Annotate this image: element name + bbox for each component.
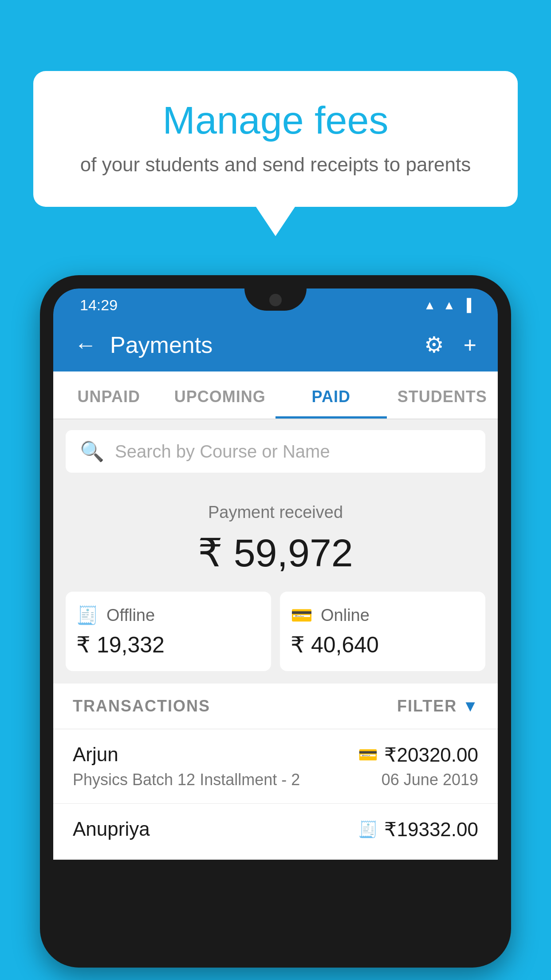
tab-upcoming[interactable]: UPCOMING [165, 371, 276, 419]
offline-label: Offline [106, 606, 155, 625]
status-bar: 14:29 ▲ ▲ ▐ [53, 288, 498, 318]
online-label: Online [321, 606, 370, 625]
online-card-header: 💳 Online [291, 605, 475, 626]
online-amount: ₹ 40,640 [291, 632, 475, 658]
filter-label: FILTER [397, 697, 457, 715]
app-header: ← Payments ⚙ + [53, 318, 498, 371]
tab-unpaid[interactable]: UNPAID [53, 371, 165, 419]
transaction-amount: ₹19332.00 [384, 818, 478, 841]
transaction-amount: ₹20320.00 [384, 743, 478, 766]
offline-payment-card: 🧾 Offline ₹ 19,332 [66, 592, 271, 671]
signal-icon: ▲ [443, 298, 455, 312]
payment-type-icon: 💳 [358, 746, 378, 764]
header-right: ⚙ + [424, 332, 476, 358]
offline-card-header: 🧾 Offline [76, 605, 260, 626]
status-bar-icons: ▲ ▲ ▐ [424, 298, 471, 312]
speech-bubble-title: Manage fees [69, 98, 482, 143]
tab-students[interactable]: STUDENTS [387, 371, 498, 419]
payment-summary: Payment received ₹ 59,972 🧾 Offline ₹ 19… [53, 483, 498, 684]
payment-cards: 🧾 Offline ₹ 19,332 💳 Online ₹ 40,640 [66, 592, 485, 671]
battery-icon: ▐ [462, 298, 471, 312]
transaction-right: 💳 ₹20320.00 [358, 743, 478, 766]
payment-received-label: Payment received [66, 503, 485, 522]
settings-icon[interactable]: ⚙ [424, 332, 444, 358]
transaction-date: 06 June 2019 [382, 771, 478, 789]
filter-icon: ▼ [462, 697, 478, 715]
transaction-sub-row: Physics Batch 12 Installment - 2 06 June… [73, 771, 478, 789]
phone-notch [244, 288, 307, 311]
header-left: ← Payments [75, 332, 213, 358]
speech-bubble-subtitle: of your students and send receipts to pa… [69, 154, 482, 176]
phone-wrapper: 14:29 ▲ ▲ ▐ ← Payments ⚙ + [40, 275, 511, 980]
page-background: Manage fees of your students and send re… [0, 0, 551, 980]
payment-type-icon: 🧾 [358, 820, 378, 839]
phone-screen: 14:29 ▲ ▲ ▐ ← Payments ⚙ + [53, 288, 498, 954]
search-icon: 🔍 [80, 440, 104, 463]
transaction-main-row: Arjun 💳 ₹20320.00 [73, 743, 478, 766]
transaction-name: Anupriya [73, 818, 150, 840]
speech-bubble-wrapper: Manage fees of your students and send re… [33, 71, 518, 236]
search-input[interactable]: Search by Course or Name [115, 442, 330, 462]
offline-amount: ₹ 19,332 [76, 632, 260, 658]
phone-device: 14:29 ▲ ▲ ▐ ← Payments ⚙ + [40, 275, 511, 968]
transaction-right: 🧾 ₹19332.00 [358, 818, 478, 841]
phone-camera [269, 294, 282, 306]
transactions-header: TRANSACTIONS FILTER ▼ [53, 684, 498, 729]
transaction-main-row: Anupriya 🧾 ₹19332.00 [73, 818, 478, 841]
online-icon: 💳 [291, 605, 313, 626]
payment-total-amount: ₹ 59,972 [66, 530, 485, 576]
page-title: Payments [110, 332, 213, 358]
status-bar-time: 14:29 [80, 296, 118, 314]
online-payment-card: 💳 Online ₹ 40,640 [280, 592, 485, 671]
add-icon[interactable]: + [464, 332, 476, 358]
offline-icon: 🧾 [76, 605, 98, 626]
transactions-label: TRANSACTIONS [73, 697, 210, 715]
tabs-bar: UNPAID UPCOMING PAID STUDENTS [53, 371, 498, 419]
speech-bubble-tail [256, 207, 295, 236]
wifi-icon: ▲ [424, 298, 436, 312]
transaction-name: Arjun [73, 743, 118, 766]
back-button[interactable]: ← [75, 332, 97, 358]
search-bar-wrapper: 🔍 Search by Course or Name [53, 419, 498, 483]
speech-bubble: Manage fees of your students and send re… [33, 71, 518, 207]
search-bar[interactable]: 🔍 Search by Course or Name [66, 430, 485, 473]
table-row[interactable]: Anupriya 🧾 ₹19332.00 [53, 804, 498, 860]
filter-button[interactable]: FILTER ▼ [397, 697, 478, 715]
transaction-course: Physics Batch 12 Installment - 2 [73, 771, 300, 789]
table-row[interactable]: Arjun 💳 ₹20320.00 Physics Batch 12 Insta… [53, 729, 498, 804]
tab-paid[interactable]: PAID [276, 371, 387, 419]
